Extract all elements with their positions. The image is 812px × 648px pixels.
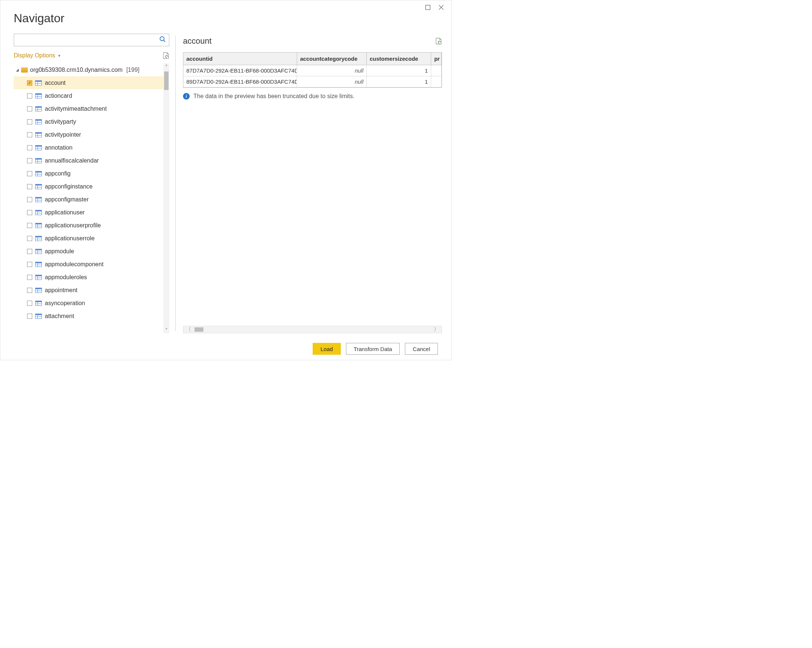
checkbox[interactable] — [27, 223, 32, 228]
checkbox[interactable] — [27, 197, 32, 202]
checkbox[interactable] — [27, 106, 32, 111]
checkbox[interactable] — [27, 275, 32, 280]
tree-item[interactable]: applicationuser — [14, 206, 163, 219]
window-close-button[interactable] — [438, 4, 444, 11]
display-options-dropdown[interactable]: Display Options ▼ — [14, 52, 61, 59]
search-input[interactable] — [14, 34, 169, 46]
tree-item[interactable]: activityparty — [14, 115, 163, 128]
tree-item[interactable]: applicationuserrole — [14, 232, 163, 245]
load-button[interactable]: Load — [313, 343, 340, 355]
tree-vertical-scrollbar[interactable]: ˄ ˅ — [163, 63, 169, 333]
scroll-left-icon[interactable]: 〈 — [183, 326, 194, 333]
table-icon — [35, 223, 42, 228]
pane-divider — [175, 35, 176, 331]
table-icon — [35, 171, 42, 176]
table-icon — [35, 197, 42, 202]
cell-truncated — [431, 76, 441, 87]
scroll-down-icon[interactable]: ˅ — [163, 326, 169, 333]
checkbox[interactable] — [27, 210, 32, 215]
table-icon — [35, 106, 42, 111]
checkbox[interactable] — [27, 145, 32, 150]
window-maximize-button[interactable] — [424, 4, 431, 11]
search-container — [14, 34, 169, 46]
checkbox[interactable] — [27, 171, 32, 176]
checkbox[interactable] — [27, 262, 32, 267]
table-icon — [35, 249, 42, 254]
table-icon — [35, 288, 42, 293]
svg-line-4 — [164, 40, 165, 42]
root-label: org0b539308.crm10.dynamics.com — [30, 67, 123, 73]
tree-item-label: activitymimeattachment — [45, 105, 107, 112]
checkbox[interactable] — [27, 184, 32, 189]
scroll-thumb[interactable] — [164, 72, 169, 90]
tree-item-label: applicationuser — [45, 209, 85, 216]
tree-item-label: annotation — [45, 145, 73, 151]
tree-item-label: applicationuserrole — [45, 235, 95, 242]
page-title: Navigator — [14, 11, 438, 25]
preview-horizontal-scrollbar[interactable]: 〈 〉 — [183, 326, 442, 333]
table-icon — [35, 275, 42, 280]
checkbox[interactable] — [27, 301, 32, 306]
checkbox[interactable] — [27, 249, 32, 254]
checkbox[interactable] — [27, 288, 32, 293]
svg-rect-0 — [426, 5, 430, 10]
tree-item-label: annualfiscalcalendar — [45, 157, 99, 164]
tree-item[interactable]: appmoduleroles — [14, 271, 163, 284]
column-header[interactable]: accountcategorycode — [297, 53, 366, 65]
tree-item-label: appmodulecomponent — [45, 261, 103, 268]
cell-accountcategorycode: null — [297, 76, 366, 87]
table-icon — [35, 158, 42, 163]
tree-item[interactable]: annotation — [14, 141, 163, 154]
tree-item-label: appconfigmaster — [45, 196, 89, 203]
info-icon: i — [183, 93, 190, 100]
tree-item[interactable]: appconfig — [14, 167, 163, 180]
preview-title: account — [183, 36, 212, 46]
transform-data-button[interactable]: Transform Data — [346, 343, 400, 355]
tree-item[interactable]: appmodule — [14, 245, 163, 258]
tree-item[interactable]: appconfiginstance — [14, 180, 163, 193]
tree-item[interactable]: appointment — [14, 284, 163, 297]
tree-item[interactable]: asyncoperation — [14, 297, 163, 310]
preview-table: accountidaccountcategorycodecustomersize… — [183, 52, 442, 88]
cell-customersizecode: 1 — [367, 76, 431, 87]
table-icon — [35, 145, 42, 150]
refresh-preview-icon[interactable] — [435, 37, 442, 45]
table-row[interactable]: 87D7A7D0-292A-EB11-BF68-000D3AFC74D7null… — [183, 65, 441, 76]
hscroll-thumb[interactable] — [194, 327, 203, 332]
tree-item[interactable]: appconfigmaster — [14, 193, 163, 206]
column-header[interactable]: accountid — [183, 53, 297, 65]
table-icon — [35, 210, 42, 215]
tree-item[interactable]: actioncard — [14, 89, 163, 102]
tree-root-node[interactable]: ◢ org0b539308.crm10.dynamics.com [199] — [14, 63, 163, 76]
checkbox[interactable] — [27, 236, 32, 241]
cell-accountid: 89D7A7D0-292A-EB11-BF68-000D3AFC74D7 — [183, 76, 297, 87]
tree-item-label: appconfig — [45, 170, 70, 177]
checkbox[interactable] — [27, 158, 32, 163]
caret-down-icon: ◢ — [16, 68, 19, 72]
tree-item-label: appmoduleroles — [45, 274, 87, 281]
table-row[interactable]: 89D7A7D0-292A-EB11-BF68-000D3AFC74D7null… — [183, 76, 441, 87]
cancel-button[interactable]: Cancel — [405, 343, 438, 355]
tree-item[interactable]: appmodulecomponent — [14, 258, 163, 271]
checkbox[interactable] — [27, 119, 32, 124]
tree-item[interactable]: annualfiscalcalendar — [14, 154, 163, 167]
tree-item[interactable]: attachment — [14, 310, 163, 323]
tree-item[interactable]: activitypointer — [14, 128, 163, 141]
checkbox[interactable] — [27, 93, 32, 99]
tree-item[interactable]: applicationuserprofile — [14, 219, 163, 232]
checkbox[interactable] — [27, 314, 32, 319]
tree-item[interactable]: ✓ account — [14, 76, 163, 89]
scroll-right-icon[interactable]: 〉 — [431, 326, 441, 333]
table-icon — [35, 314, 42, 319]
table-icon — [35, 132, 42, 137]
scroll-up-icon[interactable]: ˄ — [163, 63, 169, 70]
search-icon[interactable] — [159, 36, 166, 44]
column-header[interactable]: customersizecode — [367, 53, 431, 65]
table-icon — [35, 184, 42, 189]
checkbox[interactable] — [27, 132, 32, 137]
column-header[interactable]: pr — [431, 53, 441, 65]
chevron-down-icon: ▼ — [57, 54, 61, 58]
checkbox[interactable]: ✓ — [27, 80, 32, 85]
refresh-list-icon[interactable] — [163, 52, 169, 59]
tree-item[interactable]: activitymimeattachment — [14, 102, 163, 115]
